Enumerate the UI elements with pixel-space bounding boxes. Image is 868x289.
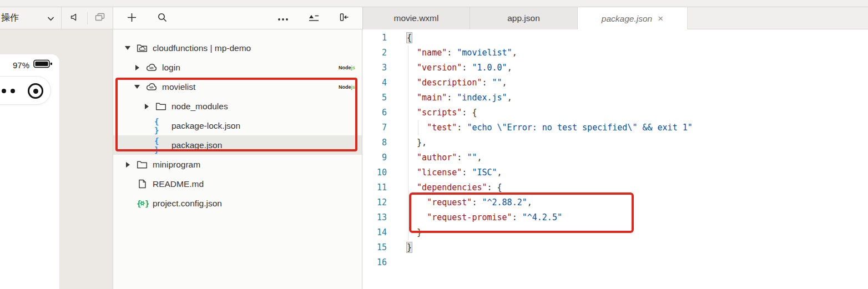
code-content: "dependencies": { [407, 180, 502, 195]
expand-arrow-right-icon[interactable] [124, 162, 132, 168]
code-content: "scripts": { [407, 105, 477, 120]
svg-text:}: } [145, 199, 149, 208]
simulator-controls [61, 7, 113, 29]
code-token: { [407, 33, 412, 43]
nodejs-badge-green-text: js [351, 65, 355, 70]
collapse-folders-button[interactable] [306, 12, 321, 25]
code-content: "request-promise": "^4.2.5" [407, 210, 562, 225]
capsule-exit-button[interactable] [28, 83, 43, 99]
indent-guide [408, 45, 408, 240]
code-token: "version" [417, 63, 462, 73]
code-line[interactable]: 2 "name": "movielist", [362, 45, 868, 60]
battery-percentage: 97% [13, 60, 29, 70]
code-token: : [462, 63, 472, 73]
code-editor[interactable]: 1{2 "name": "movielist",3 "version": "1.… [362, 29, 868, 289]
code-token: , [477, 153, 482, 163]
tab-label: movie.wxml [394, 13, 439, 23]
code-token: : [482, 78, 492, 88]
window-top-strip [0, 0, 868, 7]
tree-item-cloudfunctions-mp-demo[interactable]: cloudfunctions | mp-demo [113, 38, 362, 58]
code-token: , [512, 48, 517, 58]
line-number: 11 [362, 180, 396, 195]
expand-arrow-right-icon[interactable] [133, 65, 141, 70]
code-line[interactable]: 13 "request-promise": "^4.2.5" [362, 210, 868, 225]
line-number: 8 [362, 135, 396, 150]
code-content: "name": "movielist", [407, 45, 517, 60]
code-line[interactable]: 12 "request": "^2.88.2", [362, 195, 868, 210]
code-token: : { [487, 182, 502, 192]
code-line[interactable]: 16 [362, 255, 868, 270]
expand-arrow-right-icon[interactable] [143, 104, 150, 109]
code-line[interactable]: 10 "license": "ISC", [362, 165, 868, 180]
file-explorer: cloudfunctions | mp-demologinNodejsmovie… [113, 29, 362, 289]
line-number: 12 [362, 195, 396, 210]
new-file-button[interactable] [124, 12, 139, 25]
code-content: } [407, 240, 412, 255]
search-files-button[interactable] [155, 12, 169, 25]
code-token: : [512, 212, 522, 222]
code-line[interactable]: 4 "description": "", [362, 75, 868, 90]
code-line[interactable]: 7 "test": "echo \"Error: no test specifi… [362, 120, 868, 135]
nodejs-badge-dark-text: Node [339, 84, 351, 90]
battery-icon [33, 59, 53, 71]
expand-arrow-down-icon[interactable] [124, 46, 132, 50]
code-line[interactable]: 14 } [362, 225, 868, 240]
line-number: 15 [362, 240, 396, 255]
close-icon[interactable]: × [658, 14, 663, 23]
tree-item-package-lock.json[interactable]: { }package-lock.json [113, 116, 362, 135]
line-number: 3 [362, 60, 396, 75]
json-config-icon: {} [135, 199, 149, 208]
window-mode-button[interactable] [87, 11, 113, 26]
code-token: "ISC" [472, 168, 497, 178]
code-line[interactable]: 6 "scripts": { [362, 105, 868, 120]
folder-cloud-icon [135, 44, 149, 53]
tab-package.json[interactable]: package.json× [578, 7, 688, 30]
tree-item-package.json[interactable]: { }package.json [113, 135, 362, 155]
tree-item-node-modules[interactable]: node_modules [113, 97, 362, 116]
nodejs-badge-dark-text: Node [339, 65, 351, 70]
action-menu-dropdown[interactable]: 操作 [0, 7, 61, 29]
code-token: "license" [417, 168, 462, 178]
tree-item-label: package.json [171, 140, 222, 150]
code-line[interactable]: 8 }, [362, 135, 868, 150]
tree-item-label: cloudfunctions | mp-demo [153, 43, 251, 53]
code-token: , [502, 78, 507, 88]
line-number: 7 [362, 120, 396, 135]
tree-item-miniprogram[interactable]: miniprogram [113, 155, 362, 174]
tab-app.json[interactable]: app.json [470, 7, 578, 29]
code-token: } [407, 242, 412, 252]
code-token: }, [407, 138, 427, 148]
speaker-mute-icon [70, 13, 79, 24]
code-content: "main": "index.js", [407, 90, 512, 105]
tree-item-label: miniprogram [153, 160, 200, 170]
code-token: "" [492, 78, 502, 88]
miniprogram-capsule [0, 76, 51, 105]
more-actions-button[interactable] [276, 12, 290, 25]
code-content: "license": "ISC", [407, 165, 502, 180]
explorer-toolbar [113, 7, 362, 29]
code-line[interactable]: 11 "dependencies": { [362, 180, 868, 195]
code-line[interactable]: 3 "version": "1.0.0", [362, 60, 868, 75]
outline-collapse-icon [309, 13, 319, 24]
hide-sidebar-button[interactable] [337, 12, 351, 25]
code-content: { [407, 31, 412, 45]
line-number: 6 [362, 105, 396, 120]
code-line[interactable]: 15} [362, 240, 868, 255]
tree-item-readme.md[interactable]: README.md [113, 174, 362, 194]
mute-button[interactable] [62, 11, 87, 26]
code-token: "author" [417, 153, 457, 163]
tab-movie.wxml[interactable]: movie.wxml [363, 7, 470, 29]
tree-item-login[interactable]: loginNodejs [113, 58, 362, 77]
tree-item-project.config.json[interactable]: {}project.config.json [113, 194, 362, 213]
capsule-dot-icon [11, 89, 15, 93]
code-line[interactable]: 5 "main": "index.js", [362, 90, 868, 105]
tree-item-movielist[interactable]: movielistNodejs [113, 77, 362, 97]
code-line[interactable]: 1{ [362, 31, 868, 45]
code-token: "main" [417, 93, 447, 103]
expand-arrow-down-icon[interactable] [133, 85, 141, 89]
code-line[interactable]: 9 "author": "", [362, 150, 868, 165]
code-content: }, [407, 135, 427, 150]
tree-item-label: node_modules [171, 102, 228, 111]
code-token: : [462, 168, 472, 178]
main-content: 97% cloudfunctions | mp-demolo [0, 29, 868, 289]
